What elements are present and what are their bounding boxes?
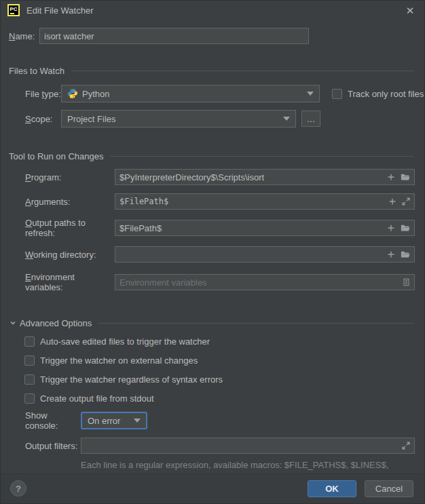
section-divider — [71, 71, 413, 71]
section-divider — [110, 156, 413, 157]
output-paths-label: Output paths to refresh: — [25, 218, 115, 238]
track-only-root-files-checkbox[interactable] — [332, 89, 342, 99]
output-paths-input[interactable] — [115, 220, 415, 236]
auto-save-row: Auto-save edited files to trigger the wa… — [1, 336, 424, 347]
trigger-syntax-row: Trigger the watcher regardless of syntax… — [1, 374, 424, 385]
working-directory-label: Working directory: — [25, 250, 115, 260]
auto-save-label: Auto-save edited files to trigger the wa… — [40, 336, 210, 347]
stdout-label: Create output file from stdout — [40, 393, 154, 404]
name-label: Name: — [9, 31, 39, 41]
dialog-title: Edit File Watcher — [26, 5, 94, 16]
title-bar: PC Edit File Watcher ✕ — [1, 1, 424, 20]
advanced-options-header[interactable]: Advanced Options — [1, 317, 424, 329]
environment-variables-input[interactable] — [115, 274, 415, 290]
files-to-watch-section-header: Files to Watch — [1, 64, 424, 77]
advanced-options-title: Advanced Options — [20, 318, 92, 328]
trigger-syntax-checkbox[interactable] — [24, 374, 35, 385]
browse-folder-icon[interactable] — [400, 250, 411, 259]
expand-icon[interactable] — [401, 441, 411, 450]
scope-value: Project Files — [67, 114, 116, 124]
browse-folder-icon[interactable] — [400, 172, 411, 182]
tool-section-header: Tool to Run on Changes — [1, 150, 424, 162]
file-type-label: File type: — [25, 89, 61, 99]
chevron-down-icon — [9, 319, 17, 327]
footer-bar: ? OK Cancel — [1, 473, 424, 503]
working-directory-input[interactable] — [115, 246, 415, 263]
browse-folder-icon[interactable] — [400, 223, 411, 233]
insert-macro-plus-icon[interactable] — [386, 172, 396, 182]
file-type-row: File type: Python Track only root files — [1, 85, 424, 102]
show-console-combobox[interactable]: On error — [81, 412, 147, 429]
close-icon[interactable]: ✕ — [403, 3, 418, 18]
arguments-input[interactable] — [115, 193, 415, 210]
trigger-syntax-label: Trigger the watcher regardless of syntax… — [40, 374, 223, 385]
environment-variables-label: Environment variables: — [25, 272, 115, 292]
chevron-down-icon — [283, 117, 290, 121]
name-row: Name: — [9, 28, 424, 44]
stdout-row: Create output file from stdout — [1, 393, 424, 404]
help-icon[interactable]: ? — [10, 480, 26, 497]
env-list-icon[interactable] — [401, 277, 411, 287]
scope-combobox[interactable]: Project Files — [61, 110, 296, 128]
auto-save-checkbox[interactable] — [24, 336, 35, 347]
trigger-external-checkbox[interactable] — [24, 355, 35, 366]
insert-macro-plus-icon[interactable] — [386, 223, 396, 233]
file-type-combobox[interactable]: Python — [61, 85, 320, 102]
program-input[interactable] — [115, 169, 415, 185]
name-input[interactable] — [39, 28, 309, 44]
arguments-label: Arguments: — [25, 197, 115, 207]
trigger-external-label: Trigger the watcher on external changes — [40, 355, 198, 366]
ok-button[interactable]: OK — [308, 480, 356, 497]
environment-variables-row: Environment variables: — [1, 272, 424, 292]
arguments-row: Arguments: — [1, 193, 424, 210]
working-directory-row: Working directory: — [1, 246, 424, 263]
output-paths-row: Output paths to refresh: — [1, 218, 424, 238]
program-label: Program: — [25, 172, 115, 182]
files-to-watch-title: Files to Watch — [9, 66, 64, 76]
trigger-external-row: Trigger the watcher on external changes — [1, 355, 424, 366]
output-filters-row: Output filters: — [1, 438, 424, 454]
pycharm-logo-text: PC — [10, 7, 17, 12]
output-filters-label: Output filters: — [25, 441, 81, 451]
output-filters-input[interactable] — [81, 438, 415, 454]
file-type-value: Python — [82, 89, 109, 99]
chevron-down-icon — [134, 419, 141, 423]
expand-icon[interactable] — [401, 197, 411, 206]
track-only-root-files-label: Track only root files — [348, 89, 424, 99]
scope-label: Scope: — [25, 114, 61, 124]
insert-macro-plus-icon[interactable] — [386, 250, 396, 259]
show-console-label: Show console: — [25, 410, 81, 431]
show-console-value: On error — [88, 416, 120, 426]
section-divider — [98, 323, 413, 324]
show-console-row: Show console: On error — [1, 410, 424, 431]
cancel-button[interactable]: Cancel — [365, 480, 413, 497]
scope-row: Scope: Project Files … — [1, 110, 424, 128]
edit-file-watcher-dialog: PC Edit File Watcher ✕ Name: Files to Wa… — [0, 0, 425, 504]
pycharm-logo-icon: PC — [7, 4, 20, 16]
tool-section-title: Tool to Run on Changes — [9, 151, 103, 161]
python-icon — [67, 88, 78, 99]
scope-browse-button[interactable]: … — [301, 111, 320, 127]
insert-macro-plus-icon[interactable] — [388, 197, 397, 206]
program-row: Program: — [1, 169, 424, 185]
stdout-checkbox[interactable] — [24, 393, 35, 404]
chevron-down-icon — [307, 92, 314, 96]
